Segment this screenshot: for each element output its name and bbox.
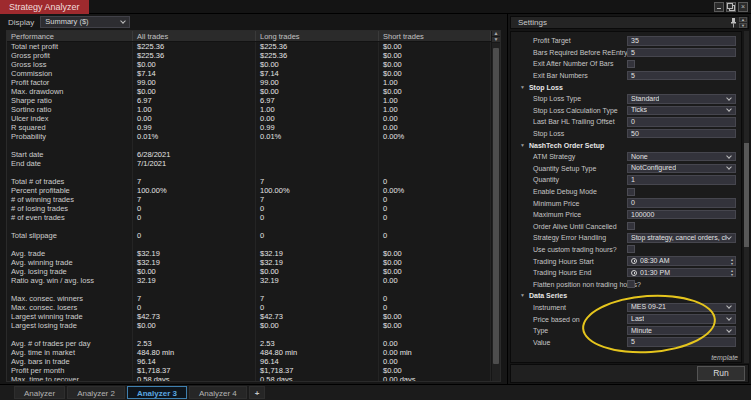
collapse-arrow-icon[interactable]: ▼ bbox=[520, 143, 525, 148]
table-row[interactable] bbox=[7, 141, 491, 150]
window-title-tab[interactable]: Strategy Analyzer bbox=[0, 0, 89, 14]
table-row[interactable]: # of losing trades000 bbox=[7, 204, 491, 213]
column-header-all-trades[interactable]: All trades bbox=[133, 31, 256, 41]
table-row[interactable]: Commission$7.14$7.14$0.00 bbox=[7, 69, 491, 78]
table-row[interactable]: Avg. bars in trade96.1496.140.00 bbox=[7, 357, 491, 366]
minimize-icon[interactable] bbox=[714, 2, 724, 12]
table-row[interactable]: Sortino ratio1.001.001.00 bbox=[7, 105, 491, 114]
table-row[interactable] bbox=[7, 330, 491, 339]
table-row[interactable]: Max. drawdown$0.00$0.00$0.00 bbox=[7, 87, 491, 96]
table-row[interactable]: Percent profitable100.00%100.00%0.00% bbox=[7, 186, 491, 195]
exit-bar-numbers-input[interactable]: 5 bbox=[627, 71, 736, 81]
table-row[interactable]: Max. consec. losers000 bbox=[7, 303, 491, 312]
stop-loss-input[interactable]: 50 bbox=[627, 129, 736, 139]
table-row[interactable]: Profit per month$1,718.37$1,718.37$0.00 bbox=[7, 366, 491, 375]
quantity-input[interactable]: 1 bbox=[627, 175, 736, 185]
section-data-series[interactable]: ▼Data Series bbox=[511, 290, 741, 302]
table-row[interactable]: Ulcer index0.000.000.00 bbox=[7, 114, 491, 123]
table-row[interactable]: R squared0.990.990.00 bbox=[7, 123, 491, 132]
table-cell: 0 bbox=[133, 204, 256, 213]
table-row[interactable]: Avg. winning trade$32.19$32.19$0.00 bbox=[7, 258, 491, 267]
table-scrollbar-thumb[interactable] bbox=[493, 48, 499, 364]
exit-after-number-of-bars-checkbox[interactable] bbox=[627, 60, 635, 68]
table-cell: $32.19 bbox=[133, 258, 256, 267]
table-row[interactable]: Avg. # of trades per day2.532.530.00 bbox=[7, 339, 491, 348]
table-row[interactable]: Start date6/28/2021 bbox=[7, 150, 491, 159]
collapse-arrow-icon[interactable]: ▼ bbox=[520, 293, 525, 298]
instrument-select[interactable]: MES 09-21 bbox=[627, 303, 736, 313]
column-header-performance[interactable]: Performance bbox=[7, 31, 133, 41]
settings-scrollbar[interactable] bbox=[744, 31, 749, 363]
close-icon[interactable]: × bbox=[738, 2, 748, 12]
table-row[interactable]: Avg. losing trade$0.00$0.00$0.00 bbox=[7, 267, 491, 276]
run-button[interactable]: Run bbox=[697, 366, 745, 381]
restore-icon[interactable] bbox=[726, 2, 736, 12]
table-row[interactable]: End date7/1/2021 bbox=[7, 159, 491, 168]
enable-debug-mode-checkbox[interactable] bbox=[627, 188, 635, 196]
scroll-up-icon[interactable]: ▲ bbox=[739, 17, 747, 22]
column-header-short-trades[interactable]: Short trades bbox=[379, 31, 491, 41]
stop-loss-type-select[interactable]: Standard bbox=[627, 94, 736, 104]
table-cell: 0.00 bbox=[379, 276, 491, 285]
section-nashtech-order-setup[interactable]: ▼NashTech Order Setup bbox=[511, 139, 741, 151]
table-row[interactable]: Sharpe ratio6.976.971.00 bbox=[7, 96, 491, 105]
table-row[interactable]: Ratio avg. win / avg. loss32.1932.190.00 bbox=[7, 276, 491, 285]
table-row[interactable]: Gross profit$225.36$225.36$0.00 bbox=[7, 51, 491, 60]
price-based-on-select[interactable]: Last bbox=[627, 314, 736, 324]
table-row[interactable]: Total slippage000 bbox=[7, 231, 491, 240]
performance-table-body: Total net profit$225.36$225.36$0.00Gross… bbox=[7, 42, 491, 381]
table-row[interactable]: # of winning trades770 bbox=[7, 195, 491, 204]
type-select[interactable]: Minute bbox=[627, 326, 736, 336]
strategy-error-handling-select[interactable]: Stop strategy, cancel orders, close... bbox=[627, 233, 736, 243]
table-row[interactable]: Profit factor99.0099.001.00 bbox=[7, 78, 491, 87]
trading-hours-end-time-input[interactable]: 01:30 PM▴▾ bbox=[627, 268, 736, 278]
add-tab-button[interactable]: + bbox=[249, 386, 266, 399]
table-row[interactable] bbox=[7, 240, 491, 249]
table-row[interactable] bbox=[7, 222, 491, 231]
tab-analyzer[interactable]: Analyzer bbox=[14, 386, 65, 399]
template-link[interactable]: template bbox=[711, 354, 738, 361]
scroll-down-icon[interactable]: ▼ bbox=[492, 37, 500, 43]
tab-analyzer-2[interactable]: Analyzer 2 bbox=[67, 386, 125, 399]
field-label: Strategy Error Handling bbox=[533, 234, 606, 241]
table-row[interactable]: Max. time to recover0.58 days0.58 days0.… bbox=[7, 375, 491, 381]
time-spinner[interactable]: ▴▾ bbox=[731, 258, 733, 265]
column-header-long-trades[interactable]: Long trades bbox=[256, 31, 379, 41]
table-row[interactable] bbox=[7, 168, 491, 177]
settings-scrollbar-thumb[interactable] bbox=[744, 143, 749, 247]
section-stop-loss[interactable]: ▼Stop Loss bbox=[511, 81, 741, 93]
table-row[interactable]: Largest losing trade$0.00$0.00$0.00 bbox=[7, 321, 491, 330]
table-row[interactable]: Max. consec. winners770 bbox=[7, 294, 491, 303]
table-scrollbar[interactable]: ▲ ▼ bbox=[491, 31, 500, 381]
table-row[interactable]: Probability0.01%0.01%0.00% bbox=[7, 132, 491, 141]
table-row[interactable]: # of even trades000 bbox=[7, 213, 491, 222]
profit-target-input[interactable]: 35 bbox=[627, 36, 736, 46]
tab-analyzer-3[interactable]: Analyzer 3 bbox=[127, 386, 187, 399]
table-row[interactable]: Avg. time in market484.80 min484.80 min0… bbox=[7, 348, 491, 357]
maximum-price-input[interactable]: 100000 bbox=[627, 210, 736, 220]
field-stop-loss: Stop Loss50 bbox=[511, 128, 741, 140]
atm-strategy-select[interactable]: None bbox=[627, 152, 736, 162]
quantity-setup-type-select[interactable]: NotConfigured bbox=[627, 164, 736, 174]
last-bar-hl-trailing-offset-input[interactable]: 0 bbox=[627, 117, 736, 127]
stop-loss-calculation-type-select[interactable]: Ticks bbox=[627, 106, 736, 116]
table-row[interactable]: Avg. trade$32.19$32.19$0.00 bbox=[7, 249, 491, 258]
display-select[interactable]: Summary ($) bbox=[40, 16, 130, 28]
table-row[interactable]: Total # of trades770 bbox=[7, 177, 491, 186]
pin-icon[interactable] bbox=[727, 14, 739, 32]
table-row[interactable]: Total net profit$225.36$225.36$0.00 bbox=[7, 42, 491, 51]
flatten-position-non-trading-hours-checkbox[interactable] bbox=[627, 280, 635, 288]
order-alive-until-cancelled-checkbox[interactable] bbox=[627, 222, 635, 230]
bars-required-before-reentry-input[interactable]: 5 bbox=[627, 48, 736, 58]
minimum-price-input[interactable]: 0 bbox=[627, 198, 736, 208]
table-row[interactable]: Largest winning trade$42.73$42.73$0.00 bbox=[7, 312, 491, 321]
scroll-down-icon[interactable]: ▼ bbox=[739, 23, 747, 28]
table-row[interactable] bbox=[7, 285, 491, 294]
table-row[interactable]: Gross loss$0.00$0.00$0.00 bbox=[7, 60, 491, 69]
value-input[interactable]: 5 bbox=[627, 337, 736, 347]
tab-analyzer-4[interactable]: Analyzer 4 bbox=[189, 386, 247, 399]
time-spinner[interactable]: ▴▾ bbox=[731, 269, 733, 276]
use-custom-trading-hours-checkbox[interactable] bbox=[627, 245, 635, 253]
trading-hours-start-time-input[interactable]: 08:30 AM▴▾ bbox=[627, 256, 736, 266]
collapse-arrow-icon[interactable]: ▼ bbox=[520, 85, 525, 90]
